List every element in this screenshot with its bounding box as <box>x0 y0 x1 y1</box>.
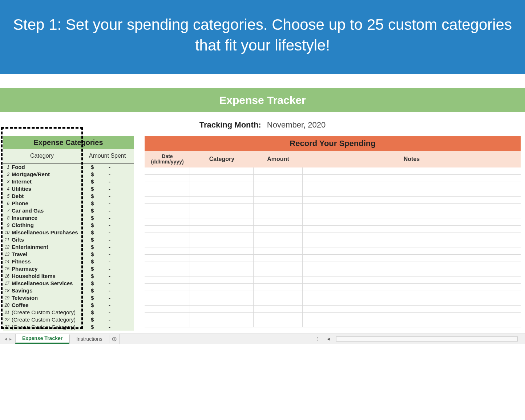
record-date-cell[interactable] <box>145 189 190 196</box>
record-category-cell[interactable] <box>190 291 254 298</box>
record-category-cell[interactable] <box>190 240 254 247</box>
record-row[interactable] <box>145 233 521 240</box>
record-date-cell[interactable] <box>145 197 190 203</box>
record-date-cell[interactable] <box>145 182 190 189</box>
category-row[interactable]: 15Pharmacy$- <box>3 265 134 272</box>
category-name-cell[interactable]: Mortgage/Rent <box>11 171 85 178</box>
category-row[interactable]: 19Television$- <box>3 294 134 302</box>
record-row[interactable] <box>145 240 521 247</box>
record-row[interactable] <box>145 247 521 255</box>
category-name-cell[interactable]: Phone <box>11 200 85 207</box>
record-amount-cell[interactable] <box>254 182 303 189</box>
record-date-cell[interactable] <box>145 226 190 233</box>
record-amount-cell[interactable] <box>254 313 303 320</box>
record-amount-cell[interactable] <box>254 218 303 225</box>
record-date-cell[interactable] <box>145 269 190 276</box>
record-date-cell[interactable] <box>145 306 190 312</box>
category-row[interactable]: 17Miscellaneous Services$- <box>3 280 134 287</box>
record-category-cell[interactable] <box>190 298 254 305</box>
record-category-cell[interactable] <box>190 167 254 174</box>
category-name-cell[interactable]: Car and Gas <box>11 207 85 214</box>
record-date-cell[interactable] <box>145 320 190 327</box>
record-date-cell[interactable] <box>145 204 190 211</box>
category-name-cell[interactable]: Fitness <box>11 258 85 265</box>
record-category-cell[interactable] <box>190 204 254 211</box>
category-name-cell[interactable]: Entertainment <box>11 243 85 251</box>
record-amount-cell[interactable] <box>254 306 303 312</box>
record-amount-cell[interactable] <box>254 233 303 240</box>
category-name-cell[interactable]: Gifts <box>11 236 85 243</box>
record-row[interactable] <box>145 167 521 175</box>
record-category-cell[interactable] <box>190 226 254 233</box>
record-date-cell[interactable] <box>145 233 190 240</box>
record-notes-cell[interactable] <box>303 262 521 269</box>
record-date-cell[interactable] <box>145 247 190 254</box>
record-amount-cell[interactable] <box>254 226 303 233</box>
category-name-cell[interactable]: Miscellaneous Purchases <box>11 229 85 236</box>
record-notes-cell[interactable] <box>303 167 521 174</box>
record-notes-cell[interactable] <box>303 320 521 327</box>
record-row[interactable] <box>145 211 521 218</box>
record-amount-cell[interactable] <box>254 291 303 298</box>
record-amount-cell[interactable] <box>254 269 303 276</box>
record-notes-cell[interactable] <box>303 175 521 182</box>
scroll-grip-icon[interactable]: ⋮ <box>315 336 321 342</box>
record-date-cell[interactable] <box>145 284 190 291</box>
record-date-cell[interactable] <box>145 240 190 247</box>
record-date-cell[interactable] <box>145 298 190 305</box>
record-notes-cell[interactable] <box>303 189 521 196</box>
category-row[interactable]: 16Household Items$- <box>3 272 134 280</box>
record-category-cell[interactable] <box>190 255 254 262</box>
category-name-cell[interactable]: Television <box>11 294 85 302</box>
record-category-cell[interactable] <box>190 247 254 254</box>
add-sheet-button[interactable]: ⊕ <box>109 334 120 344</box>
scroll-left-icon[interactable]: ◄ <box>326 336 331 342</box>
record-notes-cell[interactable] <box>303 204 521 211</box>
record-row[interactable] <box>145 291 521 298</box>
record-notes-cell[interactable] <box>303 291 521 298</box>
record-category-cell[interactable] <box>190 175 254 182</box>
category-name-cell[interactable]: Internet <box>11 178 85 185</box>
category-name-cell[interactable]: Debt <box>11 193 85 200</box>
record-notes-cell[interactable] <box>303 218 521 225</box>
record-category-cell[interactable] <box>190 284 254 291</box>
category-row[interactable]: 3Internet$- <box>3 178 134 185</box>
category-row[interactable]: 14Fitness$- <box>3 258 134 265</box>
record-grid[interactable] <box>145 167 521 327</box>
category-row[interactable]: 11Gifts$- <box>3 236 134 243</box>
record-category-cell[interactable] <box>190 313 254 320</box>
record-date-cell[interactable] <box>145 175 190 182</box>
record-amount-cell[interactable] <box>254 320 303 327</box>
record-date-cell[interactable] <box>145 255 190 262</box>
tab-expense-tracker[interactable]: Expense Tracker <box>15 334 69 344</box>
tracking-month-value[interactable]: November, 2020 <box>267 120 326 129</box>
record-row[interactable] <box>145 313 521 320</box>
record-category-cell[interactable] <box>190 189 254 196</box>
record-amount-cell[interactable] <box>254 276 303 283</box>
category-row[interactable]: 23(Create Custom Category)$- <box>3 323 134 331</box>
record-amount-cell[interactable] <box>254 284 303 291</box>
record-row[interactable] <box>145 276 521 284</box>
category-row[interactable]: 18Savings$- <box>3 287 134 294</box>
record-row[interactable] <box>145 189 521 197</box>
record-category-cell[interactable] <box>190 320 254 327</box>
record-row[interactable] <box>145 175 521 182</box>
record-date-cell[interactable] <box>145 262 190 269</box>
record-notes-cell[interactable] <box>303 284 521 291</box>
record-notes-cell[interactable] <box>303 182 521 189</box>
nav-prev-icon[interactable]: ▸ <box>9 336 12 342</box>
category-row[interactable]: 22(Create Custom Category)$- <box>3 316 134 323</box>
record-row[interactable] <box>145 204 521 211</box>
category-row[interactable]: 2Mortgage/Rent$- <box>3 171 134 178</box>
category-name-cell[interactable]: Clothing <box>11 222 85 229</box>
category-row[interactable]: 1Food$- <box>3 163 134 171</box>
record-amount-cell[interactable] <box>254 255 303 262</box>
category-name-cell[interactable]: (Create Custom Category) <box>11 316 85 323</box>
record-amount-cell[interactable] <box>254 240 303 247</box>
record-category-cell[interactable] <box>190 182 254 189</box>
category-row[interactable]: 20Coffee$- <box>3 302 134 309</box>
record-category-cell[interactable] <box>190 197 254 203</box>
category-row[interactable]: 5Debt$- <box>3 193 134 200</box>
tab-instructions[interactable]: Instructions <box>69 335 109 343</box>
record-row[interactable] <box>145 255 521 262</box>
